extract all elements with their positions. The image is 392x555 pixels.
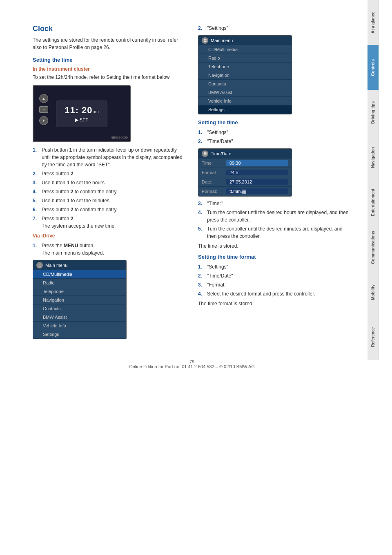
intro-text: The settings are stored for the remote c… [33, 36, 186, 51]
left-step-3: 3. Use button 1 to set the hours. [33, 179, 186, 186]
format-step-4: 4. Select the desired format and press t… [198, 290, 351, 298]
main-menu-screenshot-right: ☰ Main menu CD/Multimedia Radio Telephon… [198, 35, 292, 114]
two-column-layout: Clock The settings are stored for the re… [33, 25, 351, 342]
left-step-5: 5. Use button 1 to set the minutes. [33, 197, 186, 204]
td-row-format1: Format: 24 h [198, 168, 292, 177]
right-menu-item-settings: Settings [198, 105, 292, 114]
main-menu-screenshot-left: ☰ Main menu CD/Multimedia Radio Telephon… [33, 260, 127, 339]
sidebar-tab-mobility[interactable]: Mobility [368, 270, 379, 315]
watermark: NB0230656 [111, 136, 128, 139]
right-step2-list: 2. "Settings" [198, 25, 351, 32]
menu-item-cd: CD/Multimedia [33, 270, 126, 279]
menu-header-right: ☰ Main menu [198, 36, 292, 45]
right-menu-item-radio: Radio [198, 54, 292, 63]
right-step-2-settings: 2. "Settings" [198, 25, 351, 32]
left-step-2: 2. Press button 2. [33, 170, 186, 177]
right-st-step-1: 1. "Settings" [198, 129, 351, 136]
right-st-step-4: 4. Turn the controller until the desired… [198, 209, 351, 224]
right-menu-item-bmw-assist: BMW Assist [198, 88, 292, 97]
time-date-header: ☰ Time/Date [198, 149, 292, 159]
cluster-set-label: ▶ SET [65, 117, 99, 123]
left-step-6: 6. Press button 2 to confirm the entry. [33, 206, 186, 213]
right-time-steps: 3. "Time:" 4. Turn the controller until … [198, 200, 351, 240]
sidebar-tab-communications[interactable]: Communications [368, 225, 379, 270]
cluster-time-display: 11: 20pm [65, 105, 99, 116]
time-format-stored-text: The time format is stored. [198, 301, 351, 307]
setting-time-heading-left: Setting the time [33, 57, 186, 63]
td-row-date: Date: 27.05.2012 [198, 177, 292, 187]
sidebar-tab-controls[interactable]: Controls [368, 45, 379, 90]
left-step-7: 7. Press button 2.The system accepts the… [33, 215, 186, 230]
menu-icon-right: ☰ [202, 37, 208, 44]
td-row-time: Time: 09:30 [198, 159, 292, 168]
cluster-buttons-area: ▲ → ▼ [39, 94, 48, 125]
idrive-steps-list: 1. Press the MENU button.The main menu i… [33, 242, 186, 257]
left-steps-list: 1. Push button 1 in the turn indicator l… [33, 146, 186, 230]
right-sidebar: At a glance Controls Driving tips Naviga… [368, 0, 379, 555]
left-step-4: 4. Press button 2 to confirm the entry. [33, 188, 186, 195]
menu-item-vehicle-info: Vehicle Info [33, 322, 126, 330]
sidebar-tab-entertainment[interactable]: Entertainment [368, 180, 379, 225]
main-content: Clock The settings are stored for the re… [0, 0, 368, 555]
menu-item-telephone: Telephone [33, 287, 126, 296]
menu-item-navigation: Navigation [33, 296, 126, 304]
section-title: Clock [33, 25, 186, 33]
right-st-step-2: 2. "Time/Date" [198, 138, 351, 145]
format-step-2: 2. "Time/Date" [198, 272, 351, 280]
menu-item-settings: Settings [33, 330, 126, 339]
td-row-format2: Format: tt.mm.jjjj [198, 187, 292, 196]
right-st-step-5: 5. Turn the controller until the desired… [198, 225, 351, 240]
menu-item-bmw-assist: BMW Assist [33, 313, 126, 322]
right-setting-time-list: 1. "Settings" 2. "Time/Date" [198, 129, 351, 145]
format-step-1: 1. "Settings" [198, 263, 351, 271]
right-menu-item-vehicle-info: Vehicle Info [198, 97, 292, 105]
right-column: 2. "Settings" ☰ Main menu CD/Multimedia … [198, 25, 351, 342]
left-step-1: 1. Push button 1 in the turn indicator l… [33, 146, 186, 168]
setting-time-format-heading: Setting the time format [198, 254, 351, 260]
format-step-3: 3. "Format:" [198, 281, 351, 289]
page-footer: 79 Online Edition for Part no. 01 41 2 6… [33, 355, 351, 369]
idrive-step-1: 1. Press the MENU button.The main menu i… [33, 242, 186, 257]
via-idrive-heading: Via iDrive [33, 233, 186, 239]
sidebar-tab-reference[interactable]: Reference [368, 315, 379, 360]
sidebar-tab-at-a-glance[interactable]: At a glance [368, 0, 379, 45]
in-cluster-body: To set the 12h/24h mode, refer to Settin… [33, 74, 186, 81]
in-cluster-heading: In the instrument cluster [33, 66, 186, 72]
menu-header-left: ☰ Main menu [33, 260, 126, 270]
time-stored-text: The time is stored. [198, 243, 351, 249]
cluster-button-down: ▼ [39, 116, 48, 125]
footer-text: Online Edition for Part no. 01 41 2 604 … [129, 364, 255, 369]
right-st-step-3: 3. "Time:" [198, 200, 351, 207]
right-menu-item-navigation: Navigation [198, 71, 292, 80]
menu-item-contacts: Contacts [33, 304, 126, 313]
setting-time-heading-right: Setting the time [198, 119, 351, 125]
time-date-icon: ☰ [202, 150, 208, 157]
sidebar-tab-navigation[interactable]: Navigation [368, 135, 379, 180]
right-menu-item-telephone: Telephone [198, 63, 292, 71]
cluster-button-up: ▲ [39, 94, 48, 103]
instrument-cluster-image: ▲ → ▼ 11: 20pm ▶ SET NB0230656 [33, 85, 131, 142]
sidebar-tab-driving-tips[interactable]: Driving tips [368, 90, 379, 135]
right-menu-item-contacts: Contacts [198, 80, 292, 88]
right-menu-item-cd: CD/Multimedia [198, 45, 292, 54]
cluster-arrow: → [39, 106, 48, 113]
left-column: Clock The settings are stored for the re… [33, 25, 186, 342]
menu-item-radio: Radio [33, 279, 126, 287]
format-steps-list: 1. "Settings" 2. "Time/Date" 3. "Format:… [198, 263, 351, 298]
menu-icon-left: ☰ [36, 262, 43, 269]
cluster-display: 11: 20pm ▶ SET [56, 101, 107, 127]
time-date-screenshot: ☰ Time/Date Time: 09:30 Format: 24 h Dat… [198, 148, 292, 197]
page-number: 79 [189, 359, 194, 364]
